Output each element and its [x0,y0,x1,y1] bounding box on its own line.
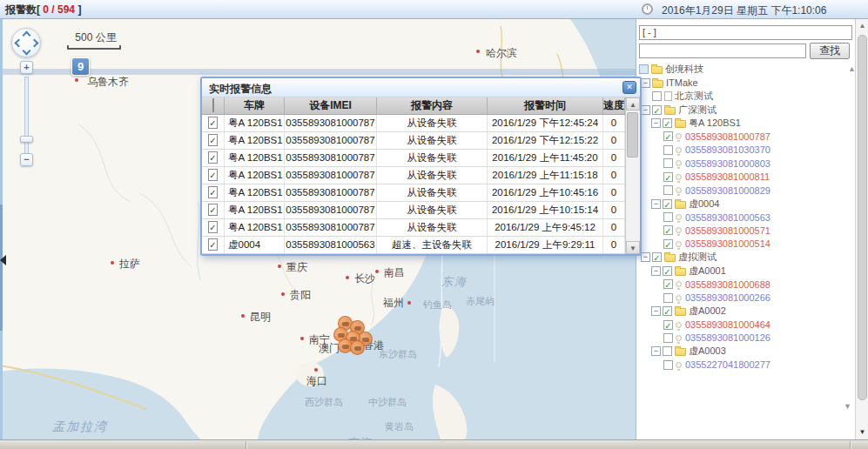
group-filter-select[interactable]: [ - ] [639,25,852,40]
alarm-row[interactable]: 粤A 120BS10355893081000787从设备失联2016/1/29 … [202,184,625,202]
tree-node[interactable]: 虚A0001 [639,265,853,278]
tree-node[interactable]: ITMake [639,76,853,89]
search-input[interactable] [639,44,806,58]
device-imei-label[interactable]: 0355893081000803 [685,158,770,169]
tree-node-device[interactable]: 0355893081000829 [639,184,853,197]
tree-node-device[interactable]: 0355893081000266 [639,291,853,304]
column-header[interactable]: 车牌 [225,97,285,114]
alarm-row[interactable]: 粤A 120BS10355893081000787从设备失联2016/1/29 … [202,132,625,150]
device-imei-label[interactable]: 0355893081000811 [685,171,770,182]
row-checkbox[interactable] [208,238,217,251]
tree-node[interactable]: 虚A0003 [639,345,853,358]
alarm-row[interactable]: 粤A 120BS10355893081000787从设备失联2016/1/29 … [202,115,625,132]
pan-left-icon[interactable] [15,39,24,48]
select-all-checkbox[interactable] [212,98,214,112]
panel-scrollbar[interactable]: ▲ ▼ [855,19,868,439]
tree-node-device[interactable]: 0355893081000688 [639,278,853,291]
device-imei-label[interactable]: 0355893081000571 [685,225,770,236]
device-imei-label[interactable]: 0355893081000787 [685,131,770,142]
alarm-row[interactable]: 粤A 120BS10355893081000787从设备失联2016/1/29 … [202,219,625,237]
alarm-row[interactable]: 虚00040355893081000563超速、主设备失联2016/1/29 上… [202,237,625,254]
dialog-scrollbar[interactable]: ▲ ▼ [625,97,640,254]
row-checkbox[interactable] [208,204,217,216]
tree-node-label[interactable]: 虚0004 [689,198,719,211]
tree-node-label[interactable]: 虚拟测试 [678,251,717,264]
tree-node-device[interactable]: 0355893081000803 [639,157,853,170]
tree-node-label[interactable]: ITMake [666,77,698,88]
scroll-down-icon[interactable]: ▼ [856,426,868,439]
tree-node-device[interactable]: 0355893081000514 [639,238,853,251]
zoom-slider-handle[interactable] [20,136,33,143]
zoom-in-button[interactable]: + [20,61,33,74]
collapse-toggle-icon[interactable] [651,346,661,356]
tree-checkbox[interactable] [652,91,662,101]
map-pan-control[interactable] [11,28,41,57]
tree-node-label[interactable]: 北京测试 [675,90,713,103]
scroll-up-icon[interactable]: ▲ [856,19,868,33]
scrollbar-thumb[interactable] [858,35,867,400]
device-imei-label[interactable]: 0355893081000266 [685,292,770,303]
tree-checkbox[interactable] [663,185,673,195]
tree-node-label[interactable]: 虚A0001 [689,265,726,278]
tree-node-device[interactable]: 0355893081000464 [639,318,853,331]
scroll-up-icon[interactable]: ▲ [626,97,640,111]
scrollbar-thumb[interactable] [627,112,638,157]
tree-node-device[interactable]: 0355893081000811 [639,171,853,184]
column-header[interactable]: 速度 [603,97,625,114]
tree-checkbox[interactable] [663,306,672,316]
collapse-toggle-icon[interactable] [651,266,661,276]
tree-scroll-down-icon[interactable]: ▼ [844,402,851,411]
tree-checkbox[interactable] [652,252,662,262]
tree-checkbox[interactable] [663,346,672,356]
tree-checkbox[interactable] [663,360,673,370]
tree-checkbox[interactable] [663,266,672,276]
tree-checkbox[interactable] [663,212,673,222]
tree-node-label[interactable]: 虚A0002 [689,305,726,318]
tree-node-device[interactable]: 0355893081000126 [639,332,853,345]
tree-node-device[interactable]: 0355893081000571 [639,224,853,237]
device-imei-label[interactable]: 0355893081030370 [685,144,770,155]
search-button[interactable]: 查找 [810,43,850,59]
collapse-toggle-icon[interactable] [641,78,650,88]
collapse-toggle-icon[interactable] [651,306,661,316]
dialog-titlebar[interactable]: 实时报警信息 [202,78,640,97]
pan-up-icon[interactable] [23,31,31,40]
collapse-toggle-icon[interactable] [651,118,661,128]
tree-node[interactable]: 虚A0002 [639,305,853,318]
tree-node[interactable]: 虚0004 [639,197,853,210]
tree-node-device[interactable]: 0355893081000563 [639,211,853,224]
tree-checkbox[interactable] [663,279,673,289]
column-header[interactable]: 设备IMEI [285,97,377,114]
row-checkbox[interactable] [208,221,217,233]
row-checkbox[interactable] [208,117,217,129]
tree-node-device[interactable]: 0355893081000787 [639,130,853,143]
collapse-toggle-icon[interactable] [651,199,661,209]
tree-checkbox[interactable] [663,239,673,249]
tree-node-device[interactable]: 0355227041800277 [639,359,853,372]
tree-checkbox[interactable] [663,158,673,168]
device-imei-label[interactable]: 0355893081000829 [685,185,770,196]
collapse-toggle-icon[interactable] [641,252,650,262]
tree-checkbox[interactable] [663,118,672,128]
row-checkbox[interactable] [208,186,217,198]
tree-node[interactable]: 创境科技 [639,63,853,76]
device-imei-label[interactable]: 0355227041800277 [685,359,770,370]
alarm-row[interactable]: 粤A 120BS10355893081000787从设备失联2016/1/29 … [202,150,625,167]
tree-checkbox[interactable] [652,105,662,115]
tree-node[interactable]: 虚拟测试 [639,251,853,264]
alarm-row[interactable]: 粤A 120BS10355893081000787从设备失联2016/1/29 … [202,202,625,219]
vehicle-marker[interactable] [350,340,365,355]
column-header[interactable]: 报警时间 [488,97,603,114]
close-icon[interactable] [622,81,636,94]
tree-node-label[interactable]: 创境科技 [665,63,703,76]
tree-node-label[interactable]: 粤A 120BS1 [689,117,741,130]
tree-checkbox[interactable] [663,333,673,343]
panel-collapse-arrow-icon[interactable] [0,255,6,265]
tree-checkbox[interactable] [639,64,649,74]
cluster-count-badge[interactable]: 9 [71,57,90,76]
pan-down-icon[interactable] [23,47,31,56]
device-imei-label[interactable]: 0355893081000514 [685,238,770,249]
row-checkbox[interactable] [208,151,217,164]
tree-checkbox[interactable] [663,131,673,141]
device-imei-label[interactable]: 0355893081000464 [685,319,770,330]
